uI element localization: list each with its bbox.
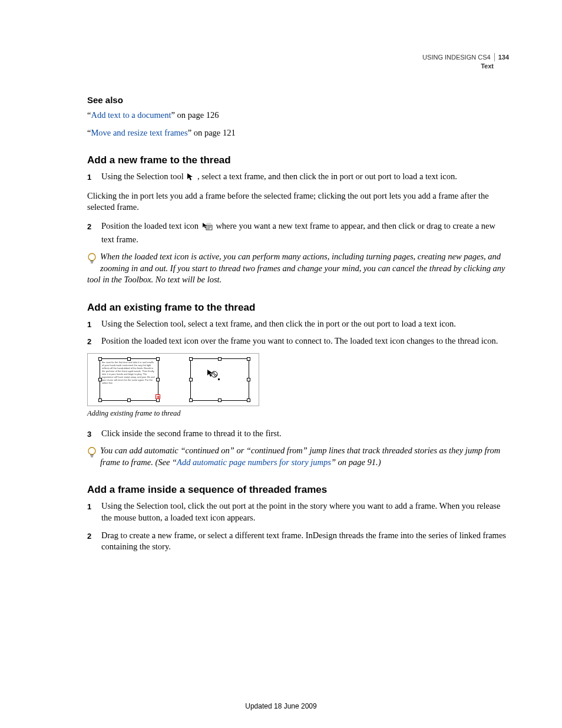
figure-caption: Adding existing frame to thread <box>87 409 509 419</box>
step-number: 2 <box>87 220 95 245</box>
heading-add-existing-frame: Add an existing frame to the thread <box>87 301 509 315</box>
svg-point-5 <box>88 253 95 261</box>
paragraph: Clicking the in port lets you add a fram… <box>87 190 509 213</box>
step-body: Using the Selection tool, select a text … <box>101 318 509 330</box>
step: 2 Drag to create a new frame, or select … <box>87 530 509 553</box>
step-number: 2 <box>87 530 95 553</box>
figure-target-frame <box>190 358 249 401</box>
heading-add-frame-inside-sequence: Add a frame inside a sequence of threade… <box>87 483 509 497</box>
step-number: 1 <box>87 500 95 523</box>
selection-tool-icon <box>187 173 194 185</box>
step-body: Click inside the second frame to thread … <box>101 428 509 440</box>
svg-point-11 <box>88 447 95 454</box>
step: 1 Using the Selection tool, click the ou… <box>87 500 509 523</box>
step-body: Using the Selection tool , select a text… <box>101 171 509 185</box>
link-add-text[interactable]: Add text to a document <box>91 110 171 120</box>
step-number: 2 <box>87 335 95 347</box>
step-number: 1 <box>87 318 95 330</box>
see-also-heading: See also <box>87 94 509 106</box>
loaded-text-icon <box>202 222 213 234</box>
out-port-icon <box>156 394 160 399</box>
lightbulb-icon <box>87 446 97 463</box>
footer-updated: Updated 18 June 2009 <box>0 702 562 710</box>
step: 3 Click inside the second frame to threa… <box>87 428 509 440</box>
tip: You can add automatic “continued on” or … <box>87 445 509 468</box>
svg-line-9 <box>214 374 214 374</box>
step-body: Drag to create a new frame, or select a … <box>101 530 509 553</box>
header-rule <box>494 53 495 61</box>
page-number: 134 <box>498 54 509 61</box>
xref-line: “Add text to a document” on page 126 <box>87 110 509 121</box>
section-name: Text <box>422 62 509 70</box>
step-body: Using the Selection tool, click the out … <box>101 500 509 523</box>
link-move-resize[interactable]: Move and resize text frames <box>91 128 187 137</box>
step-body: Position the loaded text icon over the f… <box>101 335 509 347</box>
step: 2 Position the loaded text icon where yo… <box>87 220 509 245</box>
running-header: USING INDESIGN CS4 134 Text <box>422 53 509 70</box>
figure-thread-frames: the case for the first time and take it … <box>87 353 259 406</box>
step: 2 Position the loaded text icon over the… <box>87 335 509 347</box>
heading-add-new-frame: Add a new frame to the thread <box>87 154 509 167</box>
link-auto-page-numbers[interactable]: Add automatic page numbers for story jum… <box>177 457 331 467</box>
xref-line: “Move and resize text frames” on page 12… <box>87 127 509 139</box>
doc-title: USING INDESIGN CS4 <box>422 54 491 61</box>
page-content: See also “Add text to a document” on pag… <box>87 94 509 553</box>
figure-greek-text: the case for the first time and take it … <box>102 361 156 398</box>
thread-cursor-icon <box>207 369 220 384</box>
step-number: 3 <box>87 428 95 440</box>
tip-text: When the loaded text icon is active, you… <box>87 252 505 284</box>
step: 1 Using the Selection tool , select a te… <box>87 171 509 185</box>
svg-rect-10 <box>218 378 220 380</box>
tip: When the loaded text icon is active, you… <box>87 251 509 286</box>
step-body: Position the loaded text icon where you … <box>101 220 509 245</box>
lightbulb-icon <box>87 252 97 269</box>
figure-source-frame: the case for the first time and take it … <box>100 358 158 401</box>
step-number: 1 <box>87 171 95 185</box>
step: 1 Using the Selection tool, select a tex… <box>87 318 509 330</box>
